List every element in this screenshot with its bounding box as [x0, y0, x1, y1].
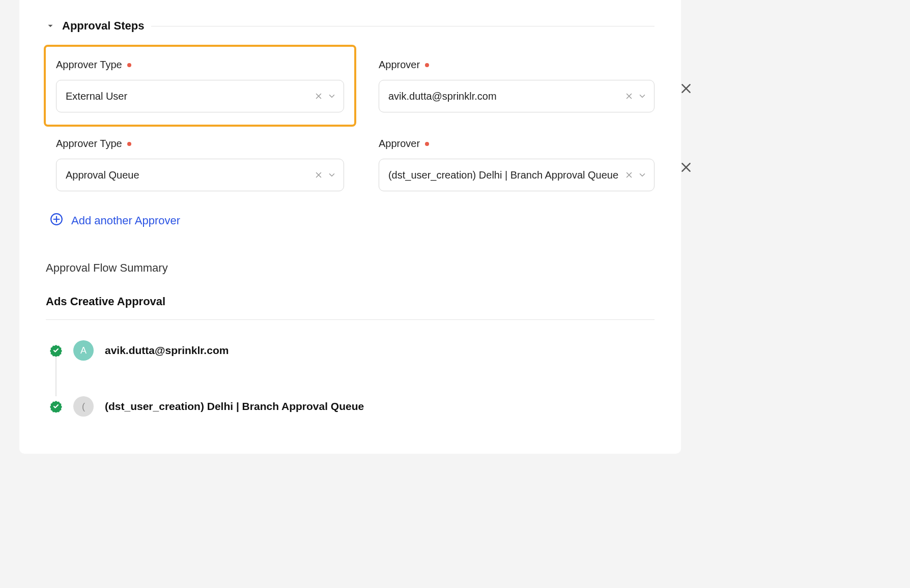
chevron-down-icon[interactable]: [327, 92, 336, 101]
approver-block: Approver (dst_user_creation) Delhi | Bra…: [379, 138, 655, 191]
chevron-down-icon[interactable]: [638, 170, 647, 180]
collapse-toggle[interactable]: [46, 21, 55, 31]
required-dot-icon: [127, 142, 131, 146]
label-text: Approver: [379, 59, 420, 71]
summary-divider: [46, 319, 655, 320]
summary-subheading: Ads Creative Approval: [46, 295, 655, 308]
summary-heading: Approval Flow Summary: [46, 261, 655, 275]
select-controls: [624, 92, 647, 101]
clear-icon[interactable]: [314, 92, 323, 101]
verified-badge-icon: [50, 400, 62, 413]
approver-label: Approver: [379, 59, 655, 71]
approver-type-label: Approver Type: [56, 59, 344, 71]
approver-select[interactable]: (dst_user_creation) Delhi | Branch Appro…: [379, 159, 655, 191]
approver-label: Approver: [379, 138, 655, 150]
avatar: (: [73, 396, 94, 417]
flow-item-label: (dst_user_creation) Delhi | Branch Appro…: [105, 400, 364, 413]
required-dot-icon: [425, 63, 429, 67]
required-dot-icon: [127, 63, 131, 67]
clear-icon[interactable]: [624, 92, 634, 101]
approver-block: Approver avik.dutta@sprinklr.com: [379, 47, 655, 125]
select-value: External User: [66, 91, 314, 102]
remove-row-button[interactable]: [679, 82, 693, 95]
flow-item: ( (dst_user_creation) Delhi | Branch App…: [46, 396, 655, 417]
section-rule: [151, 26, 655, 26]
avatar: A: [73, 340, 94, 361]
verified-badge-icon: [50, 344, 62, 357]
select-value: Approval Queue: [66, 169, 314, 181]
approval-steps-panel: Approval Steps Approver Type External Us…: [19, 0, 681, 454]
approver-type-label: Approver Type: [56, 138, 344, 150]
clear-icon[interactable]: [624, 170, 634, 180]
flow-item: A avik.dutta@sprinklr.com: [46, 340, 655, 361]
select-controls: [314, 170, 336, 180]
label-text: Approver Type: [56, 59, 122, 71]
section-title: Approval Steps: [62, 19, 144, 33]
flow-list: A avik.dutta@sprinklr.com ( (dst_user_cr…: [46, 340, 655, 417]
approver-type-block: Approver Type Approval Queue: [46, 138, 354, 191]
select-value: (dst_user_creation) Delhi | Branch Appro…: [388, 169, 624, 181]
approver-type-block: Approver Type External User: [46, 47, 354, 125]
approver-select[interactable]: avik.dutta@sprinklr.com: [379, 80, 655, 112]
select-controls: [314, 92, 336, 101]
chevron-down-icon[interactable]: [638, 92, 647, 101]
flow-item-label: avik.dutta@sprinklr.com: [105, 344, 229, 357]
approver-type-select[interactable]: External User: [56, 80, 344, 112]
add-approver-label: Add another Approver: [71, 214, 180, 227]
flow-connector: [55, 357, 56, 396]
add-approver-link[interactable]: Add another Approver: [50, 213, 655, 229]
chevron-down-icon[interactable]: [327, 170, 336, 180]
label-text: Approver Type: [56, 138, 122, 150]
select-value: avik.dutta@sprinklr.com: [388, 91, 624, 102]
approver-type-select[interactable]: Approval Queue: [56, 159, 344, 191]
approver-row: Approver Type Approval Queue Approver: [46, 138, 655, 191]
plus-circle-icon: [50, 213, 63, 229]
section-header: Approval Steps: [46, 19, 655, 33]
label-text: Approver: [379, 138, 420, 150]
approver-row: Approver Type External User Approver: [46, 47, 655, 125]
select-controls: [624, 170, 647, 180]
required-dot-icon: [425, 142, 429, 146]
remove-row-button[interactable]: [679, 161, 693, 174]
clear-icon[interactable]: [314, 170, 323, 180]
